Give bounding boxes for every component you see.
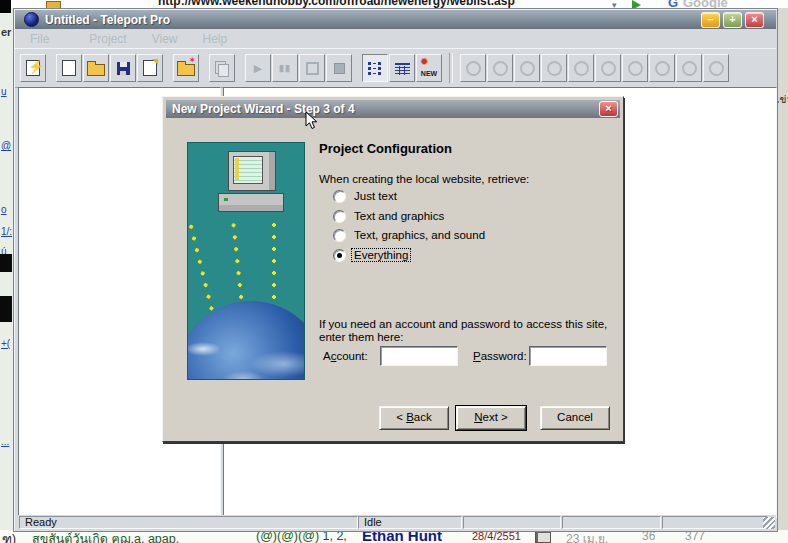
- page-fragment: o: [1, 204, 7, 215]
- toolbar-separator: [449, 53, 453, 83]
- radio-text-graphics-sound[interactable]: Text, graphics, and sound: [333, 228, 488, 242]
- page-fragment: @: [1, 140, 11, 151]
- round-button-7: [622, 54, 648, 82]
- browser-address-bar-sliver: http://www.weekendhobby.com/offroad/newe…: [0, 0, 788, 8]
- mouse-cursor: [305, 111, 319, 131]
- window-titlebar[interactable]: Untitled - Teleport Pro – + ×: [15, 10, 776, 29]
- radio-circle[interactable]: [333, 190, 346, 203]
- dialog-title: New Project Wizard - Step 3 of 4: [172, 102, 355, 116]
- ring-icon: [601, 61, 616, 76]
- radio-everything[interactable]: Everything: [333, 248, 411, 262]
- menu-bar: File Project View Help: [15, 29, 776, 48]
- round-button-5: [568, 54, 594, 82]
- menu-help[interactable]: Help: [203, 32, 228, 46]
- dialog-heading: Project Configuration: [319, 141, 452, 156]
- go-arrow-icon: [632, 0, 641, 8]
- status-panel-5: [662, 516, 768, 529]
- window-title: Untitled - Teleport Pro: [45, 13, 170, 27]
- page-fragment: 1/:: [1, 226, 12, 237]
- minimize-button[interactable]: –: [701, 12, 720, 28]
- new-project-wizard-dialog: New Project Wizard - Step 3 of 4 × Proje…: [162, 96, 624, 442]
- radio-label[interactable]: Just text: [351, 189, 400, 203]
- monitor-screen-icon: [233, 156, 263, 184]
- radio-circle[interactable]: [333, 249, 346, 262]
- round-button-6: [595, 54, 621, 82]
- new-file-button[interactable]: [56, 54, 82, 82]
- round-button-3: [514, 54, 540, 82]
- details-view-icon: [395, 62, 410, 75]
- start-button: ▶: [245, 54, 271, 82]
- radio-label[interactable]: Everything: [351, 248, 411, 262]
- round-button-2: [487, 54, 513, 82]
- resize-grip[interactable]: [763, 517, 775, 529]
- ring-icon: [709, 61, 724, 76]
- page-fragment: u: [1, 86, 7, 97]
- ring-icon: [520, 61, 535, 76]
- page-image-fragment: [0, 296, 12, 322]
- password-input[interactable]: [529, 346, 607, 366]
- folder-icon: [177, 64, 195, 76]
- address-bar-icon: [46, 1, 61, 8]
- abort-icon: [334, 63, 345, 74]
- details-view-button[interactable]: [389, 54, 415, 82]
- new-document-icon: [62, 60, 76, 76]
- menu-project[interactable]: Project: [89, 32, 126, 46]
- round-button-4: [541, 54, 567, 82]
- properties-button[interactable]: [137, 54, 163, 82]
- back-button[interactable]: < Back: [379, 406, 449, 430]
- corner-flag-icon: [152, 59, 158, 65]
- close-button[interactable]: ×: [745, 12, 764, 28]
- browser-left-edge-sliver: er u @ o 1/: ú +( ...: [0, 8, 13, 530]
- ring-icon: [655, 61, 670, 76]
- google-logo-icon: G: [668, 0, 678, 8]
- dialog-titlebar[interactable]: New Project Wizard - Step 3 of 4 ×: [166, 100, 620, 118]
- new-item-button[interactable]: ✹ NEW: [416, 54, 442, 82]
- menu-view[interactable]: View: [152, 32, 178, 46]
- page-fragment: +(: [1, 338, 10, 349]
- radio-label[interactable]: Text and graphics: [351, 209, 447, 223]
- pause-icon: ▮▮: [279, 63, 291, 73]
- dialog-close-button[interactable]: ×: [599, 101, 618, 117]
- dialog-intro-text: When creating the local website, retriev…: [319, 173, 529, 185]
- open-button[interactable]: [83, 54, 109, 82]
- radio-text-and-graphics[interactable]: Text and graphics: [333, 209, 447, 223]
- radio-label[interactable]: Text, graphics, and sound: [351, 228, 488, 242]
- pause-button: ▮▮: [272, 54, 298, 82]
- screen-corner-block: [0, 0, 11, 13]
- status-message: Ready: [19, 516, 358, 529]
- new-folder-button[interactable]: ✶: [173, 54, 199, 82]
- round-button-1: [460, 54, 486, 82]
- dropdown-caret-icon: ▾: [612, 0, 617, 8]
- page-image-fragment: [0, 254, 12, 272]
- copy-pages-icon: [215, 61, 229, 75]
- ring-icon: [628, 61, 643, 76]
- google-toolbar-label: Google: [683, 0, 728, 8]
- radio-just-text[interactable]: Just text: [333, 189, 400, 203]
- next-button[interactable]: Next >: [456, 406, 526, 430]
- menu-file[interactable]: File: [30, 32, 49, 46]
- round-button-8: [649, 54, 675, 82]
- computer-monitor-icon: [228, 151, 276, 191]
- cancel-button[interactable]: Cancel: [540, 406, 610, 430]
- lightning-icon: ⚡: [28, 60, 44, 73]
- account-input[interactable]: [380, 346, 458, 366]
- toolbar: ⚡ ✶ ▶: [15, 48, 776, 88]
- new-project-wizard-button[interactable]: ⚡: [20, 54, 46, 82]
- maximize-button[interactable]: +: [723, 12, 742, 28]
- ring-icon: [574, 61, 589, 76]
- password-label: Password:: [473, 350, 527, 362]
- account-note-line1: If you need an account and password to a…: [319, 318, 607, 330]
- stop-icon: [306, 62, 319, 75]
- ring-icon: [682, 61, 697, 76]
- round-button-10: [703, 54, 729, 82]
- radio-circle[interactable]: [333, 229, 346, 242]
- status-activity: Idle: [358, 516, 462, 529]
- screen: http://www.weekendhobby.com/offroad/newe…: [0, 0, 788, 543]
- account-label: Account:: [323, 350, 368, 362]
- save-button[interactable]: [110, 54, 136, 82]
- tree-view-button[interactable]: [362, 54, 388, 82]
- radio-circle[interactable]: [333, 210, 346, 223]
- open-folder-icon: [87, 64, 105, 76]
- round-button-9: [676, 54, 702, 82]
- new-badge: NEW: [419, 70, 439, 77]
